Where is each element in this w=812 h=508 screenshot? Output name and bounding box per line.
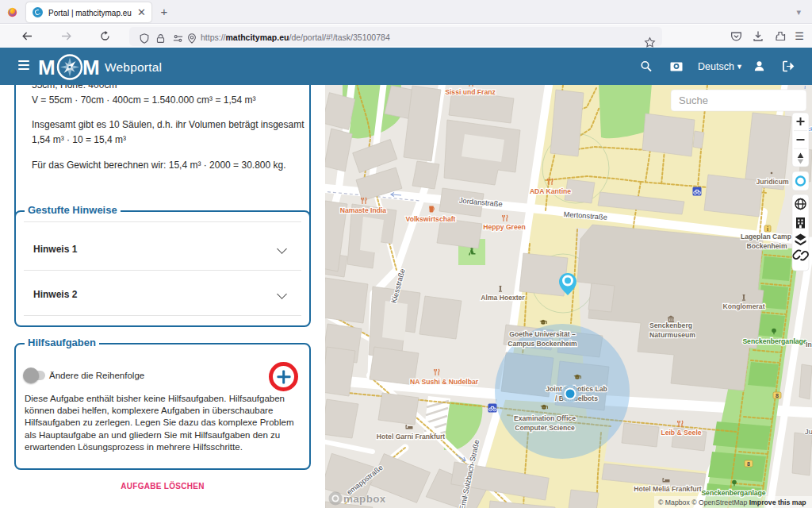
svg-text:Senckenberganlage: Senckenberganlage <box>701 489 765 497</box>
svg-text:Juridicum: Juridicum <box>756 178 788 186</box>
svg-text:Campus Bockenheim: Campus Bockenheim <box>508 340 577 348</box>
svg-text:Heppy Green: Heppy Green <box>483 223 526 231</box>
svg-text:Namaste India: Namaste India <box>340 206 386 214</box>
svg-text:Bockenheim: Bockenheim <box>746 242 787 250</box>
svg-text:Sissi und Franz: Sissi und Franz <box>445 88 496 96</box>
svg-text:M: M <box>38 56 56 79</box>
svg-text:Goethe Universität –: Goethe Universität – <box>509 330 576 338</box>
svg-text:M: M <box>82 56 100 79</box>
svg-text:NA Sushi & Nudelbar: NA Sushi & Nudelbar <box>410 378 479 386</box>
svg-text:Suche: Suche <box>679 94 708 106</box>
svg-text:ADA Kantine: ADA Kantine <box>530 187 571 195</box>
svg-text:Hotel Garni Frankfurt: Hotel Garni Frankfurt <box>377 433 446 441</box>
svg-text:Hotel Meliá Frankfurt: Hotel Meliá Frankfurt <box>634 485 702 493</box>
svg-text:Senckenberganlage: Senckenberganlage <box>742 337 806 345</box>
svg-text:Leib & Seele: Leib & Seele <box>661 429 701 437</box>
svg-text:© Mapbox © OpenStreetMap Impro: © Mapbox © OpenStreetMap Improve this ma… <box>658 498 806 506</box>
svg-text:Ju: Ju <box>805 428 812 436</box>
svg-text:Alma Hoexter: Alma Hoexter <box>481 294 525 302</box>
svg-text:Computer Science: Computer Science <box>515 424 575 432</box>
svg-text:Senckenberg: Senckenberg <box>649 321 692 329</box>
svg-text:Konglomerat: Konglomerat <box>723 302 765 310</box>
svg-text:Volkswirtschaft: Volkswirtschaft <box>406 215 456 223</box>
svg-text:Lageplan Camp: Lageplan Camp <box>741 233 791 241</box>
svg-text:mapbox: mapbox <box>343 493 386 505</box>
svg-text:Examination Office: Examination Office <box>514 414 576 422</box>
svg-text:In: In <box>806 341 812 348</box>
svg-text:Naturmuseum: Naturmuseum <box>649 331 695 339</box>
